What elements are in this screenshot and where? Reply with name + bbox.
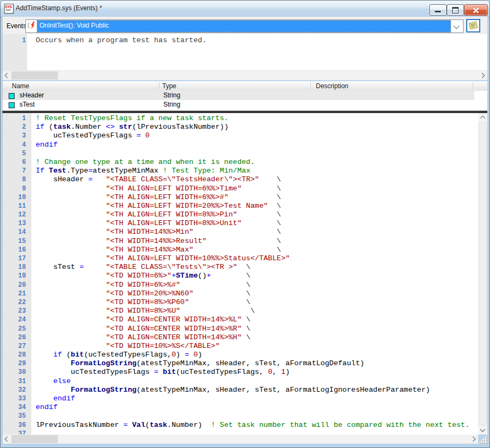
column-header-description[interactable]: Description bbox=[316, 82, 348, 90]
minimize-button[interactable] bbox=[429, 4, 447, 16]
code-horizontal-scrollbar[interactable] bbox=[2, 434, 478, 444]
pane-border bbox=[2, 17, 3, 444]
scroll-up-icon[interactable] bbox=[478, 113, 487, 122]
line-text: Occurs when a program test has started. bbox=[36, 36, 207, 45]
line-number: 29 bbox=[2, 359, 26, 368]
line-number: 22 bbox=[2, 298, 26, 307]
code-line: 35 bbox=[2, 412, 478, 420]
scrollbar-thumb[interactable] bbox=[11, 435, 58, 443]
code-line: 9 "<TH ALIGN=LEFT WIDTH=6%%>Time" \ bbox=[2, 185, 478, 193]
line-text: "<TD ALIGN=CENTER WIDTH=14%>%L" \ bbox=[36, 315, 250, 324]
line-text: "<TH WIDTH=14%%>Min" \ bbox=[36, 228, 281, 236]
close-button[interactable] bbox=[464, 4, 488, 16]
desc-horizontal-scrollbar[interactable] bbox=[2, 70, 487, 80]
code-line: 18 sTest = "<TABLE CLASS=\"Tests\"><TR >… bbox=[2, 263, 478, 272]
column-resize-handle[interactable] bbox=[473, 82, 473, 89]
line-number: 27 bbox=[2, 342, 26, 351]
event-description-editor[interactable]: 1Occurs when a program test has started. bbox=[2, 34, 487, 70]
scrollbar-thumb[interactable] bbox=[479, 122, 487, 425]
code-line: 5 bbox=[2, 149, 478, 158]
window-title: AddTimeStamp.sys (Events) * bbox=[16, 4, 102, 12]
line-number: 21 bbox=[2, 289, 26, 298]
line-text: "<TD ALIGN=CENTER WIDTH=14%>%H" \ bbox=[36, 333, 250, 342]
param-type: String bbox=[163, 100, 180, 109]
code-line: 16 "<TH WIDTH=14%%>Max" \ bbox=[2, 246, 478, 254]
variable-icon bbox=[9, 102, 15, 108]
line-number: 33 bbox=[2, 394, 26, 403]
line-text: "<TH ALIGN=LEFT WIDTH=6%%>#" \ bbox=[36, 193, 281, 202]
title-bar[interactable]: SYS AddTimeStamp.sys (Events) * bbox=[0, 0, 490, 17]
line-number: 11 bbox=[2, 202, 26, 210]
code-line: 30 ucTestedTypesFlags = bit(ucTestedType… bbox=[2, 368, 478, 377]
line-text: endif bbox=[36, 141, 58, 149]
code-line: 22 "<TD WIDTH=8%>%P60" \ bbox=[2, 298, 478, 307]
event-lightning-icon bbox=[27, 21, 37, 30]
line-number: 36 bbox=[2, 421, 26, 430]
line-text: "<TH WIDTH=14%%>Result" \ bbox=[36, 237, 281, 246]
code-line: 17 "<TH ALIGN=LEFT WIDTH=10%%>Status</TA… bbox=[2, 254, 478, 263]
table-row[interactable]: sHeaderString bbox=[2, 91, 474, 100]
line-number: 4 bbox=[2, 141, 26, 149]
param-type: String bbox=[163, 91, 180, 100]
column-header-type[interactable]: Type bbox=[162, 82, 176, 90]
line-text: "<TH ALIGN=LEFT WIDTH=8%%>Pin" \ bbox=[36, 210, 281, 219]
code-line: 34endif bbox=[2, 403, 478, 412]
code-line: 1Occurs when a program test has started. bbox=[2, 36, 487, 45]
code-line: 26 "<TD ALIGN=CENTER WIDTH=14%>%H" \ bbox=[2, 333, 478, 342]
scroll-left-icon[interactable] bbox=[2, 434, 11, 444]
notes-icon bbox=[467, 20, 479, 31]
line-text: "<TD WIDTH=6%>%#" \ bbox=[36, 281, 250, 289]
scrollbar-thumb[interactable] bbox=[11, 71, 58, 80]
table-row[interactable]: sTestString bbox=[2, 100, 487, 109]
column-resize-handle[interactable] bbox=[159, 82, 160, 89]
code-line: 8 sHeader = "<TABLE CLASS=\"TestsHeader\… bbox=[2, 175, 478, 184]
line-text: "<TH WIDTH=14%%>Max" \ bbox=[36, 246, 281, 254]
code-editor[interactable]: 1! Reset TestTypesFlags if a new task st… bbox=[2, 113, 478, 434]
chevron-down-icon[interactable] bbox=[453, 23, 459, 29]
scroll-left-icon[interactable] bbox=[2, 71, 11, 80]
resize-grip[interactable] bbox=[478, 434, 487, 444]
scroll-right-icon[interactable] bbox=[469, 434, 478, 444]
code-line: 21 "<TD WIDTH=20%>%N60" \ bbox=[2, 289, 478, 298]
code-line: 10 "<TH ALIGN=LEFT WIDTH=6%%>#" \ bbox=[2, 193, 478, 202]
line-number: 18 bbox=[2, 263, 26, 272]
line-number: 15 bbox=[2, 237, 26, 246]
line-number: 5 bbox=[2, 149, 26, 158]
line-text: if (bit(ucTestedTypesFlags,0) = 0) bbox=[36, 351, 202, 359]
line-number: 25 bbox=[2, 325, 26, 333]
code-line: 33 endif bbox=[2, 394, 478, 403]
code-line: 19 "<TD WIDTH=6%>"+STime()+ \ bbox=[2, 272, 478, 280]
events-dropdown-value[interactable]: OnInitTest(): Void Public bbox=[37, 21, 451, 32]
notes-button[interactable] bbox=[466, 19, 480, 32]
line-text: "<TD ALIGN=CENTER WIDTH=14%>%R" \ bbox=[36, 325, 250, 333]
line-number: 3 bbox=[2, 131, 26, 140]
line-number: 13 bbox=[2, 219, 26, 228]
code-line: 27 "<TD WIDTH=10%>%S</TABLE>" bbox=[2, 342, 478, 351]
line-text: "<TD WIDTH=6%>"+STime()+ \ bbox=[36, 272, 250, 280]
line-text: If Test.Type=atestTypeMinMax ! Test Type… bbox=[36, 167, 250, 175]
line-text: "<TD WIDTH=8%>%P60" \ bbox=[36, 298, 250, 307]
scroll-right-icon[interactable] bbox=[478, 71, 487, 80]
column-resize-handle[interactable] bbox=[310, 82, 311, 89]
code-line: 37 bbox=[2, 430, 478, 434]
column-header-name[interactable]: Name bbox=[12, 82, 29, 90]
line-number: 2 bbox=[2, 123, 26, 131]
code-line: 32 FormatLogString(atestTypeMinMax, sHea… bbox=[2, 386, 478, 394]
code-line: 6! Change one type at a time and when it… bbox=[2, 158, 478, 167]
scroll-down-icon[interactable] bbox=[478, 425, 487, 434]
line-number: 26 bbox=[2, 333, 26, 342]
variable-icon bbox=[9, 93, 15, 99]
line-number: 8 bbox=[2, 175, 26, 184]
line-text: sTest = "<TABLE CLASS=\"Tests\"><TR >" \ bbox=[36, 263, 250, 272]
param-name: sTest bbox=[19, 100, 35, 109]
line-number: 24 bbox=[2, 315, 26, 324]
maximize-button[interactable] bbox=[447, 4, 464, 16]
code-vertical-scrollbar[interactable] bbox=[478, 113, 487, 434]
code-line: 3 ucTestedTypesFlags = 0 bbox=[2, 131, 478, 140]
line-text: "<TD WIDTH=8%>%U" \ bbox=[36, 307, 255, 315]
events-dropdown[interactable]: OnInitTest(): Void Public bbox=[25, 19, 463, 33]
code-line: 13 "<TH ALIGN=LEFT WIDTH=8%%>Unit" \ bbox=[2, 219, 478, 228]
code-line: 12 "<TH ALIGN=LEFT WIDTH=8%%>Pin" \ bbox=[2, 210, 478, 219]
line-number: 7 bbox=[2, 167, 26, 175]
code-line: 11 "<TH ALIGN=LEFT WIDTH=20%%>Test Name"… bbox=[2, 202, 478, 210]
